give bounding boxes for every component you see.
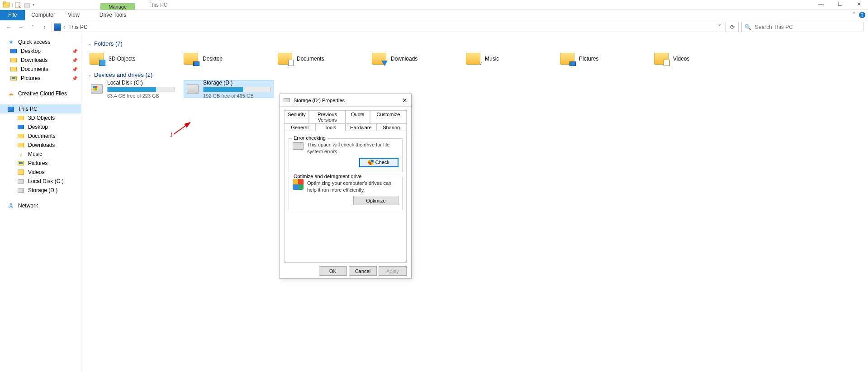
- navigation-row: ← → ˅ ↑ › This PC ˅ ⟳ 🔍: [0, 20, 868, 34]
- tab-previous-versions[interactable]: Previous Versions: [309, 110, 346, 123]
- this-pc-icon: [54, 24, 61, 31]
- navigation-pane: ★ Quick access Desktop📌 Downloads📌 Docum…: [0, 34, 81, 372]
- this-pc[interactable]: This PC: [0, 104, 81, 113]
- qa-desktop[interactable]: Desktop📌: [0, 47, 81, 56]
- pc-pictures[interactable]: Pictures: [0, 159, 81, 168]
- tab-quota[interactable]: Quota: [346, 110, 370, 123]
- svg-rect-1: [3, 2, 6, 3]
- search-input[interactable]: [754, 24, 860, 31]
- drive-check-icon: [293, 141, 304, 151]
- folder-desktop[interactable]: Desktop: [182, 49, 276, 69]
- apply-button[interactable]: Apply: [379, 266, 407, 276]
- minimize-button[interactable]: —: [815, 1, 827, 7]
- pc-3d-objects[interactable]: 3D Objects: [0, 113, 81, 122]
- pin-icon: 📌: [72, 58, 77, 63]
- window-controls: — ☐ ✕: [815, 1, 865, 7]
- optimize-desc: Optimizing your computer's drives can he…: [307, 180, 398, 193]
- explorer-icon: [3, 1, 10, 9]
- pc-local-disk-c[interactable]: Local Disk (C:): [0, 177, 81, 186]
- folder-icon: [18, 116, 24, 120]
- address-bar[interactable]: › This PC ˅ ⟳: [52, 22, 739, 32]
- drive-icon: [18, 188, 24, 193]
- folder-videos[interactable]: Videos: [652, 49, 746, 69]
- tab-security[interactable]: Security: [285, 110, 309, 123]
- folder-icon: [372, 53, 386, 65]
- properties-tabs: Security Previous Versions Quota Customi…: [285, 110, 407, 131]
- usage-bar: [203, 87, 271, 92]
- drive-icon: [91, 84, 103, 94]
- chevron-down-icon: ⌄: [88, 72, 91, 77]
- documents-icon: [18, 134, 24, 138]
- manage-tab-header: Manage: [100, 3, 135, 10]
- drive-local-disk-c[interactable]: Local Disk (C:) 63.4 GB free of 223 GB: [88, 80, 178, 98]
- tab-tools[interactable]: Tools: [315, 123, 346, 131]
- up-button[interactable]: ↑: [40, 23, 49, 32]
- folder-3d-objects[interactable]: 3D Objects: [88, 49, 182, 69]
- pin-icon: 📌: [72, 49, 77, 54]
- dialog-titlebar[interactable]: Storage (D:) Properties ✕: [280, 94, 411, 107]
- tab-customize[interactable]: Customize: [370, 110, 407, 123]
- drive-icon: [187, 84, 199, 94]
- check-button[interactable]: Check: [359, 158, 398, 167]
- svg-line-4: [174, 122, 190, 134]
- qa-downloads[interactable]: Downloads📌: [0, 56, 81, 65]
- computer-tab[interactable]: Computer: [25, 10, 62, 20]
- pin-icon: 📌: [72, 76, 77, 81]
- pc-desktop[interactable]: Desktop: [0, 122, 81, 132]
- folder-icon: [184, 53, 198, 65]
- pc-downloads[interactable]: Downloads: [0, 141, 81, 150]
- creative-cloud[interactable]: ☁Creative Cloud Files: [0, 89, 81, 98]
- pc-storage-d[interactable]: Storage (D:): [0, 186, 81, 195]
- forward-button[interactable]: →: [16, 23, 25, 32]
- tab-hardware[interactable]: Hardware: [346, 123, 376, 131]
- ribbon-expand-icon[interactable]: ˅: [853, 12, 855, 18]
- search-icon: 🔍: [745, 24, 751, 30]
- drive-tools-tab[interactable]: Drive Tools: [93, 10, 133, 20]
- folder-documents[interactable]: Documents: [276, 49, 370, 69]
- new-folder-icon[interactable]: [24, 1, 31, 9]
- breadcrumb-this-pc[interactable]: This PC: [68, 24, 88, 30]
- tab-sharing[interactable]: Sharing: [376, 123, 407, 131]
- pc-documents[interactable]: Documents: [0, 132, 81, 141]
- dialog-title: Storage (D:) Properties: [294, 98, 345, 103]
- back-button[interactable]: ←: [5, 23, 14, 32]
- breadcrumb-sep[interactable]: ›: [64, 24, 66, 30]
- folder-downloads[interactable]: Downloads: [370, 49, 464, 69]
- pictures-icon: [10, 76, 17, 80]
- pc-music[interactable]: ♪Music: [0, 150, 81, 159]
- drive-icon: [284, 98, 290, 102]
- ok-button[interactable]: OK: [319, 266, 347, 276]
- addr-dropdown-icon[interactable]: ˅: [718, 24, 721, 30]
- close-button[interactable]: ✕: [853, 1, 865, 7]
- dialog-close-button[interactable]: ✕: [402, 97, 408, 104]
- tab-general[interactable]: General: [285, 123, 315, 131]
- folders-section-header[interactable]: ⌄ Folders (7): [88, 40, 862, 47]
- optimize-button[interactable]: Optimize: [353, 196, 398, 205]
- refresh-button[interactable]: ⟳: [726, 22, 738, 32]
- maximize-button[interactable]: ☐: [834, 1, 846, 7]
- folder-pictures[interactable]: Pictures: [558, 49, 652, 69]
- shield-icon: [368, 160, 374, 165]
- view-tab[interactable]: View: [62, 10, 86, 20]
- cancel-button[interactable]: Cancel: [349, 266, 377, 276]
- folder-icon: [560, 53, 574, 65]
- help-icon[interactable]: ?: [859, 12, 865, 18]
- drive-storage-d[interactable]: Storage (D:) 192 GB free of 465 GB: [184, 80, 274, 98]
- qa-pictures[interactable]: Pictures📌: [0, 74, 81, 83]
- folder-icon: [90, 53, 104, 65]
- pc-videos[interactable]: Videos: [0, 168, 81, 177]
- music-icon: ♪: [17, 151, 24, 158]
- star-icon: ★: [7, 38, 14, 46]
- network[interactable]: 🖧Network: [0, 201, 81, 210]
- recent-locations-icon[interactable]: ˅: [28, 23, 37, 32]
- folders-grid: 3D Objects Desktop Documents Downloads ♪…: [88, 49, 862, 69]
- drives-section-header[interactable]: ⌄ Devices and drives (2): [88, 71, 862, 78]
- folder-music[interactable]: ♪Music: [464, 49, 558, 69]
- qa-documents[interactable]: Documents📌: [0, 65, 81, 74]
- search-box[interactable]: 🔍: [741, 22, 863, 32]
- properties-icon[interactable]: [14, 1, 22, 9]
- quick-access[interactable]: ★ Quick access: [0, 38, 81, 47]
- qat-dropdown-icon[interactable]: ▾: [33, 3, 34, 7]
- file-tab[interactable]: File: [0, 10, 25, 20]
- pictures-icon: [18, 161, 24, 165]
